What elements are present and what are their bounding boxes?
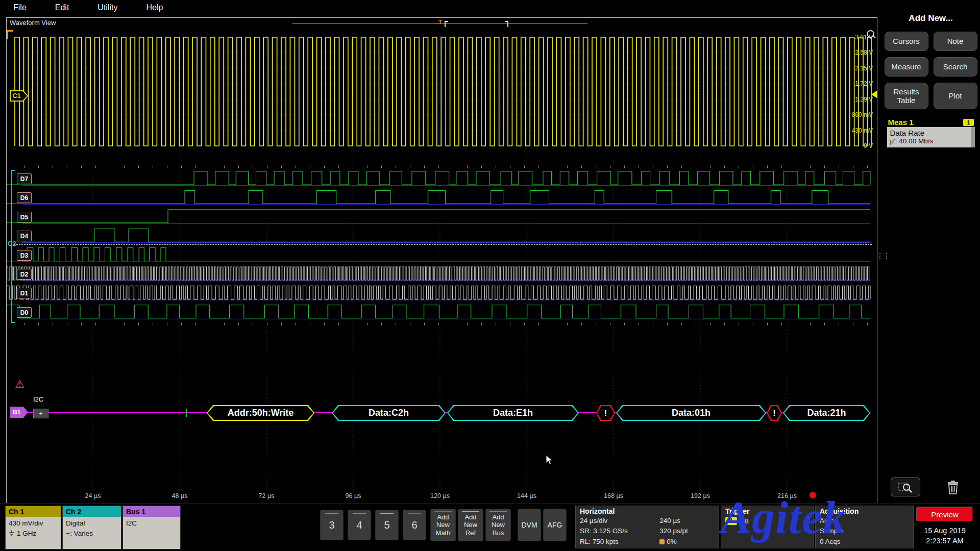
digital-trace-d4[interactable] [7,229,870,242]
trigger-position-corner-marker [7,30,13,39]
channel-6-label: 6 [411,519,417,531]
results-table-button[interactable]: Results Table [885,83,928,109]
measure-button[interactable]: Measure [885,57,928,77]
digital-trace-d0[interactable] [7,305,870,318]
meas1-title: Meas 1 [888,118,914,127]
note-button[interactable]: Note [934,32,977,51]
menu-edit[interactable]: Edit [55,3,69,12]
channel-2-badge[interactable]: Ch 2 Digital ⌁: Varies [62,506,121,549]
bus-1-badge[interactable]: Bus 1 I2C [122,506,181,549]
digital-channel-label-d2[interactable]: D2 [17,269,32,280]
trigger-title: Trigger [721,506,813,515]
channel-4-button[interactable]: 4 [348,510,371,540]
dvm-button[interactable]: DVM [518,509,541,541]
acquisition-type: Sample [820,526,909,536]
horizontal-resolution: 320 ps/pt [659,526,715,536]
cursors-button[interactable]: Cursors [885,32,928,51]
digital-trace-d7[interactable] [7,171,870,185]
add-new-math-label: Add New Math [432,513,454,537]
search-button[interactable]: Search [934,57,977,77]
zoom-box-icon [898,481,913,493]
afg-button[interactable]: AFG [543,509,567,541]
digital-trace-d5[interactable] [7,210,870,223]
bus-decode-text: Addr:50h:Write [228,408,294,418]
add-new-ref-button[interactable]: Add New Ref [458,509,483,541]
time-axis-label: 72 µs [259,492,275,499]
bus-type-label: I2C [33,395,43,403]
trash-button[interactable] [942,478,964,496]
waveform-view-title: Waveform View [10,19,56,27]
trash-icon [946,480,960,494]
bus-expand-button[interactable]: + [33,409,48,418]
menu-utility[interactable]: Utility [97,3,117,12]
acquisition-title: Acquisition [816,506,913,515]
digital-channel-label-d6[interactable]: D6 [17,192,32,203]
time-axis-label: 48 µs [172,492,188,499]
bus-decode-text: Data:C2h [369,408,409,418]
voltage-scale-label: 860 mV [852,111,873,118]
math-color-stripe [434,511,452,512]
time-axis-label: 24 µs [85,492,101,499]
time-axis-label: 144 µs [517,492,536,499]
digital-channel-label-d7[interactable]: D7 [17,173,32,184]
channel-6-color-stripe [408,513,421,514]
date-label: 15 Aug 2019 [914,526,975,536]
voltage-scale-label: 1.72 V [855,80,873,87]
trigger-source-badge: 1 [725,517,737,525]
add-new-title: Add New... [881,13,980,23]
digital-channel-label-d4[interactable]: D4 [17,231,32,241]
digital-trace-d6[interactable] [7,190,870,204]
trigger-level-arrow[interactable] [867,90,877,98]
digital-channel-label-d3[interactable]: D3 [17,250,32,261]
channel-3-label: 3 [329,519,334,531]
channel-1-badge[interactable]: Ch 1 430 mV/div 1 GHz [5,506,61,549]
bus-decode-text: ! [604,409,607,418]
voltage-scale-label: 2.15 V [855,65,873,72]
preview-button[interactable]: Preview [916,507,973,522]
channel-6-button[interactable]: 6 [403,510,426,540]
horizontal-panel[interactable]: Horizontal 24 µs/div 240 µs SR: 3.125 GS… [575,506,719,548]
oscilloscope-screen: { "menu": {"items": ["File", "Edit", "Ut… [0,0,980,551]
panel-drag-handle[interactable]: ⋮⋮ [876,251,889,261]
channel-2-badge-title: Ch 2 [63,506,121,517]
acquisition-panel[interactable]: Acquisition Auto Sample 0 Acqs [815,506,914,548]
bus-1-handle-label: B1 [11,408,27,417]
zoom-magnifier-icon[interactable] [867,30,874,38]
bus-decode-text: Data:E1h [493,408,533,418]
channel-5-label: 5 [384,519,389,531]
minimap-window-right-bracket[interactable] [505,21,508,27]
waveform-canvas[interactable] [7,18,876,503]
trigger-panel[interactable]: Trigger 1 68 [721,506,814,548]
digital-trace-d3[interactable] [7,248,870,261]
digital-trace-d2[interactable] [7,267,870,280]
warning-icon: ⚠ [15,378,24,390]
probe-ground-icon [9,530,15,536]
channel-2-handle[interactable]: C2 [8,240,16,247]
zoom-mode-button[interactable] [891,478,920,496]
digital-channel-label-d5[interactable]: D5 [17,212,32,222]
bus-1-badge-title: Bus 1 [123,506,180,517]
channel-5-color-stripe [380,513,394,514]
menu-file[interactable]: File [13,3,27,12]
channel-3-color-stripe [325,513,338,514]
channel-2-threshold: ⌁: Varies [66,529,118,539]
time-axis-label: 216 µs [777,492,797,499]
bus-decode-addr: Addr:50h:Write [207,405,314,421]
analog-trace-ch1[interactable] [15,37,871,146]
channel-5-button[interactable]: 5 [375,510,399,540]
menu-help[interactable]: Help [146,3,163,12]
bus-decode-data: Data:E1h [447,405,579,421]
digital-channel-label-d1[interactable]: D1 [17,288,32,298]
time-label: 2:23:57 AM [914,536,975,546]
channel-3-button[interactable]: 3 [320,510,344,540]
add-new-math-button[interactable]: Add New Math [430,509,456,541]
settings-bar: Ch 1 430 mV/div 1 GHz Ch 2 Digital ⌁: Va… [0,503,980,551]
add-new-bus-button[interactable]: Add New Bus [485,509,511,541]
digital-channel-label-d0[interactable]: D0 [17,307,32,318]
digital-trace-d1[interactable] [7,286,870,299]
minimap-window-left-bracket[interactable] [445,21,448,27]
record-view-minimap[interactable]: T [292,20,587,27]
horizontal-record-length: RL: 750 kpts [580,537,659,547]
plot-button[interactable]: Plot [934,83,977,109]
measurement-badge-meas1[interactable]: Meas 1 1 Data Rate µ': 40.00 Mb/s [887,117,975,147]
